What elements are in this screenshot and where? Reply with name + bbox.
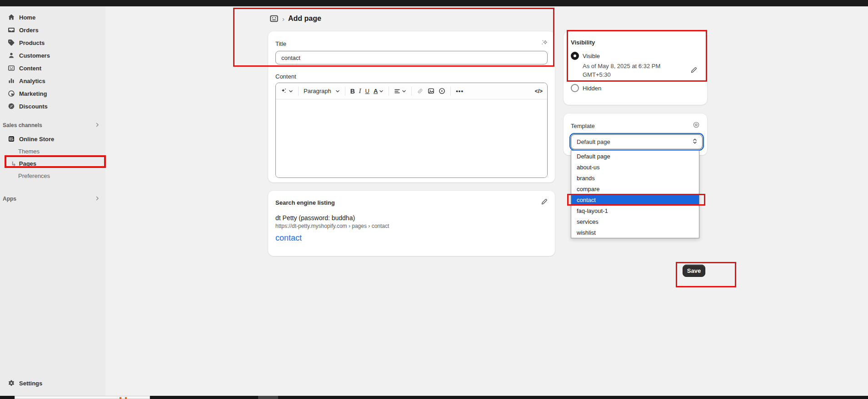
hidden-radio-label: Hidden (583, 85, 601, 92)
taskbar-segment (258, 396, 278, 399)
sidebar-item-label: Discounts (19, 103, 48, 110)
sidebar-item-label: Pages (19, 160, 36, 167)
shopify-admin-window: Home Orders Products Customers Content A… (0, 0, 868, 399)
italic-button[interactable]: I (359, 88, 361, 95)
marketing-icon (7, 89, 15, 98)
seo-heading: Search engine listing (275, 199, 335, 206)
bottom-taskbar-strip (0, 396, 868, 399)
sidebar-item-marketing[interactable]: Marketing (4, 87, 102, 100)
toolbar-divider (450, 87, 451, 96)
ai-assist-button[interactable] (280, 88, 293, 94)
hidden-radio-unselected[interactable] (571, 84, 579, 92)
breadcrumb-chevron-icon: › (282, 15, 284, 23)
text-color-glyph: A (374, 88, 378, 94)
underline-button[interactable]: U (365, 88, 369, 94)
sidebar-item-online-store[interactable]: Online Store (4, 133, 102, 145)
template-label: Template (571, 123, 595, 129)
sidebar-item-content[interactable]: Content (4, 62, 102, 74)
chevron-right-icon (95, 196, 100, 202)
chevron-down-icon (402, 89, 406, 94)
paragraph-style-dropdown[interactable]: Paragraph (304, 88, 340, 94)
visible-radio-label: Visible (583, 53, 600, 59)
visibility-card: Visibility Visible As of May 8, 2025 at … (564, 31, 707, 105)
template-dropdown-menu: Default page about-us brands compare con… (571, 150, 699, 238)
sidebar-item-products[interactable]: Products (4, 36, 102, 49)
search-engine-listing-card: Search engine listing dt Petty (password… (268, 191, 555, 256)
sidebar-item-preferences[interactable]: Preferences (4, 170, 102, 182)
sidebar-item-settings[interactable]: Settings (4, 377, 46, 389)
toolbar-divider (411, 87, 412, 96)
content-breadcrumb-icon[interactable] (269, 14, 279, 23)
seo-preview-title: dt Petty (password: buddha) (275, 214, 548, 222)
save-button[interactable]: Save (683, 265, 705, 277)
dropdown-option-wishlist[interactable]: wishlist (571, 227, 699, 238)
sidebar-item-themes[interactable]: Themes (4, 145, 102, 158)
apps-header[interactable]: Apps (3, 193, 102, 204)
view-template-eye-icon[interactable] (693, 121, 700, 130)
dropdown-option-default-page[interactable]: Default page (571, 151, 699, 162)
chevron-down-icon (289, 89, 293, 94)
dropdown-option-faq-layout-1[interactable]: faq-layout-1 (571, 205, 699, 216)
chevron-right-icon (95, 122, 100, 129)
sidebar-item-label: Settings (19, 380, 42, 387)
seo-preview-url: https://dt-petty.myshopify.com › pages ›… (275, 223, 548, 229)
sidebar: Home Orders Products Customers Content A… (0, 6, 105, 396)
sales-channels-header[interactable]: Sales channels (3, 120, 102, 131)
sales-channels-label: Sales channels (3, 122, 42, 128)
select-updown-icon (692, 138, 698, 146)
edit-visibility-pencil-icon[interactable] (690, 67, 697, 75)
content-label: Content (275, 73, 548, 80)
chevron-down-icon (379, 89, 384, 94)
toolbar-divider (389, 87, 389, 96)
home-icon (7, 13, 15, 21)
dropdown-option-services[interactable]: services (571, 216, 699, 227)
gear-icon (7, 379, 15, 387)
products-icon (7, 39, 15, 47)
rich-text-editor: Paragraph B I U A (275, 83, 548, 178)
taskbar-tab[interactable] (15, 396, 150, 399)
insert-video-button[interactable] (439, 88, 445, 94)
sidebar-item-customers[interactable]: Customers (4, 49, 102, 62)
dropdown-option-contact-selected[interactable]: contact (571, 194, 699, 205)
sidebar-item-label: Preferences (18, 172, 50, 179)
link-button[interactable] (417, 88, 424, 94)
analytics-icon (7, 77, 15, 85)
toolbar-divider (345, 87, 345, 96)
taskbar-dot (125, 397, 127, 399)
more-options-button[interactable]: ••• (456, 88, 464, 94)
editor-content-area[interactable] (276, 99, 547, 178)
dropdown-option-about-us[interactable]: about-us (571, 162, 699, 172)
sidebar-item-analytics[interactable]: Analytics (4, 74, 102, 87)
sidebar-item-discounts[interactable]: Discounts (4, 100, 102, 113)
text-color-button[interactable]: A (374, 88, 384, 94)
apps-label: Apps (3, 196, 16, 202)
edit-pencil-icon[interactable] (541, 198, 548, 207)
sidebar-item-label: Content (19, 65, 41, 72)
visible-radio-row[interactable]: Visible (571, 52, 700, 60)
sidebar-item-label: Themes (18, 148, 40, 155)
online-store-icon (7, 135, 15, 143)
show-html-button[interactable]: </> (535, 88, 543, 94)
orders-icon (7, 26, 15, 34)
seo-preview-link[interactable]: contact (275, 233, 548, 243)
insert-image-button[interactable] (428, 88, 434, 94)
breadcrumb: › Add page (269, 14, 321, 23)
title-input[interactable] (275, 51, 548, 64)
sidebar-item-orders[interactable]: Orders (4, 24, 102, 36)
sidebar-item-pages[interactable]: ↳ Pages (4, 158, 102, 170)
sidebar-item-label: Marketing (19, 90, 47, 97)
dropdown-option-compare[interactable]: compare (571, 183, 699, 194)
visible-radio-selected[interactable] (571, 52, 579, 60)
hidden-radio-row[interactable]: Hidden (571, 84, 700, 92)
template-select[interactable]: Default page (571, 134, 703, 149)
align-left-icon (394, 88, 400, 94)
editor-toolbar: Paragraph B I U A (276, 83, 547, 99)
dropdown-option-brands[interactable]: brands (571, 172, 699, 183)
sidebar-item-home[interactable]: Home (4, 11, 102, 24)
top-bar (0, 0, 868, 6)
bold-button[interactable]: B (350, 88, 355, 95)
template-selected-value: Default page (577, 138, 610, 145)
sidebar-item-label: Customers (19, 52, 50, 59)
alignment-dropdown[interactable] (394, 88, 406, 94)
magic-sparkle-icon[interactable] (540, 39, 548, 48)
